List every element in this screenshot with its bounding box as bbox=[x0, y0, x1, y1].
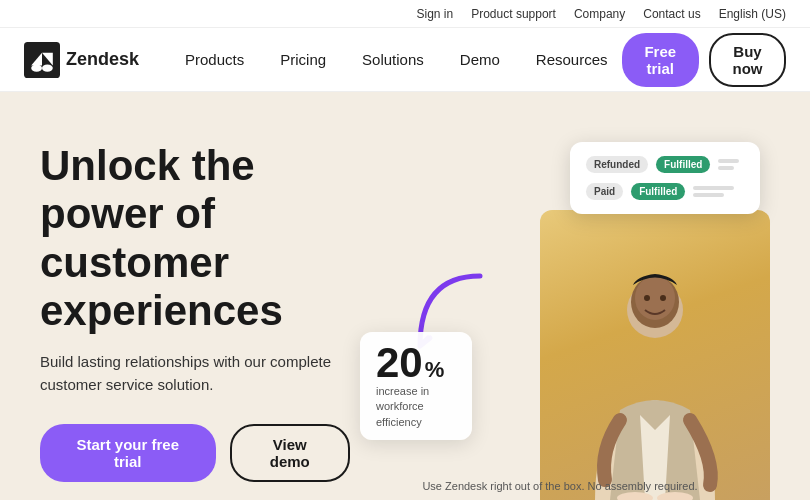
hero-left: Unlock the power of customer experiences… bbox=[40, 132, 350, 500]
nav-cta-area: Free trial Buy now bbox=[622, 33, 786, 87]
hero-caption: Use Zendesk right out of the box. No ass… bbox=[350, 480, 770, 492]
hero-buttons: Start your free trial View demo bbox=[40, 424, 350, 482]
fulfilled-badge-1: Fulfilled bbox=[656, 156, 710, 173]
nav-demo[interactable]: Demo bbox=[446, 43, 514, 76]
refunded-badge: Refunded bbox=[586, 156, 648, 173]
stat-number: 20 bbox=[376, 342, 423, 384]
buy-now-button[interactable]: Buy now bbox=[709, 33, 786, 87]
svg-point-6 bbox=[644, 295, 650, 301]
ticket-line bbox=[693, 186, 733, 190]
logo[interactable]: Zendesk bbox=[24, 42, 139, 78]
stat-label: increase in workforce efficiency bbox=[376, 384, 456, 430]
ticket-line bbox=[693, 193, 723, 197]
ticket-line bbox=[718, 159, 738, 163]
nav-pricing[interactable]: Pricing bbox=[266, 43, 340, 76]
hero-section: Unlock the power of customer experiences… bbox=[0, 92, 810, 500]
svg-point-1 bbox=[31, 64, 42, 71]
language-selector[interactable]: English (US) bbox=[719, 7, 786, 21]
fulfilled-badge-2: Fulfilled bbox=[631, 183, 685, 200]
ticket-row-1: Refunded Fulfilled bbox=[586, 156, 744, 173]
svg-point-2 bbox=[42, 64, 53, 71]
ticket-status-card: Refunded Fulfilled Paid Fulfilled bbox=[570, 142, 760, 214]
person-silhouette-svg bbox=[555, 230, 755, 500]
main-navbar: Zendesk Products Pricing Solutions Demo … bbox=[0, 28, 810, 92]
utility-bar: Sign in Product support Company Contact … bbox=[0, 0, 810, 28]
hero-title: Unlock the power of customer experiences bbox=[40, 142, 350, 335]
nav-products[interactable]: Products bbox=[171, 43, 258, 76]
zendesk-wordmark: Zendesk bbox=[66, 49, 139, 70]
contact-us-link[interactable]: Contact us bbox=[643, 7, 700, 21]
start-free-trial-button[interactable]: Start your free trial bbox=[40, 424, 216, 482]
hero-subtitle: Build lasting relationships with our com… bbox=[40, 351, 350, 396]
ticket-lines-2 bbox=[693, 186, 744, 197]
ticket-row-2: Paid Fulfilled bbox=[586, 183, 744, 200]
ticket-lines-1 bbox=[718, 159, 744, 170]
zendesk-logo-icon bbox=[24, 42, 60, 78]
company-link[interactable]: Company bbox=[574, 7, 625, 21]
stats-card: 20 % increase in workforce efficiency bbox=[360, 332, 472, 440]
product-support-link[interactable]: Product support bbox=[471, 7, 556, 21]
ticket-line bbox=[718, 166, 733, 170]
nav-links: Products Pricing Solutions Demo Resource… bbox=[171, 43, 622, 76]
sign-in-link[interactable]: Sign in bbox=[416, 7, 453, 21]
paid-badge: Paid bbox=[586, 183, 623, 200]
view-demo-button[interactable]: View demo bbox=[230, 424, 351, 482]
svg-point-7 bbox=[660, 295, 666, 301]
stat-percent: % bbox=[425, 357, 445, 383]
free-trial-button[interactable]: Free trial bbox=[622, 33, 700, 87]
hero-right: Refunded Fulfilled Paid Fulfilled bbox=[350, 132, 770, 500]
person-image bbox=[540, 210, 770, 500]
nav-resources[interactable]: Resources bbox=[522, 43, 622, 76]
nav-solutions[interactable]: Solutions bbox=[348, 43, 438, 76]
